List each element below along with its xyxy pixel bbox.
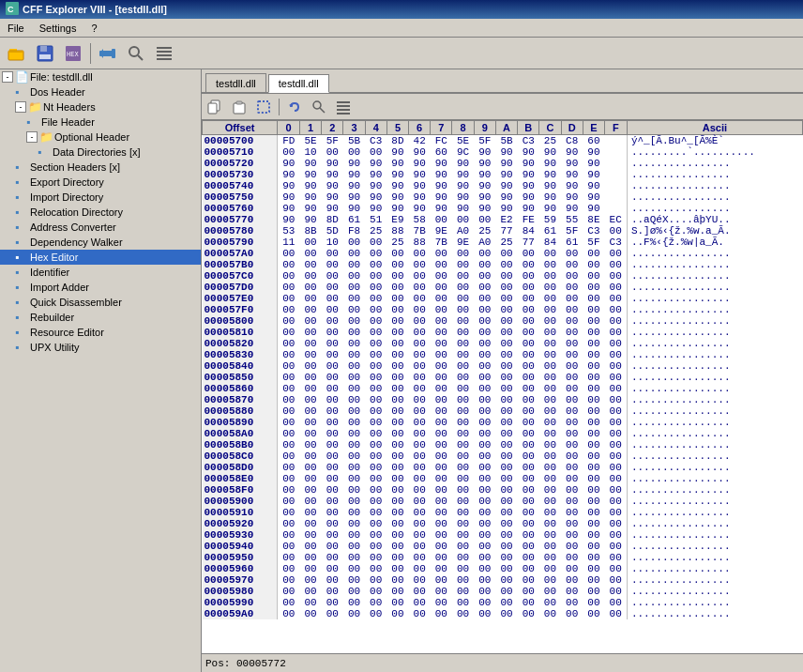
byte-cell[interactable]: 00: [431, 507, 452, 518]
byte-cell[interactable]: 00: [343, 338, 365, 349]
table-row[interactable]: 000057C000000000000000000000000000000000…: [203, 270, 803, 282]
byte-cell[interactable]: 00: [518, 383, 539, 394]
byte-cell[interactable]: 00: [322, 259, 343, 270]
byte-cell[interactable]: 00: [278, 541, 300, 552]
byte-cell[interactable]: 00: [278, 552, 300, 563]
byte-cell[interactable]: 7B: [409, 225, 431, 237]
byte-cell[interactable]: 00: [278, 146, 300, 158]
table-row[interactable]: 0000571000100000009090609C909090909090..…: [203, 146, 803, 158]
table-row[interactable]: 00005780538B5DF825887B9EA0257784615FC300…: [203, 225, 803, 237]
open-button[interactable]: [4, 41, 30, 66]
byte-cell[interactable]: 00: [583, 541, 604, 552]
byte-cell[interactable]: 00: [322, 146, 343, 158]
byte-cell[interactable]: 00: [561, 574, 583, 586]
byte-cell[interactable]: [605, 191, 628, 203]
byte-cell[interactable]: 00: [561, 394, 583, 405]
byte-cell[interactable]: 00: [518, 428, 539, 439]
byte-cell[interactable]: 00: [539, 304, 561, 315]
byte-cell[interactable]: 8B: [299, 225, 321, 237]
byte-cell[interactable]: 00: [409, 439, 431, 451]
byte-cell[interactable]: 90: [278, 214, 300, 225]
byte-cell[interactable]: 00: [518, 248, 539, 259]
byte-cell[interactable]: 00: [474, 439, 495, 451]
byte-cell[interactable]: 00: [343, 451, 365, 462]
byte-cell[interactable]: 00: [386, 360, 408, 372]
byte-cell[interactable]: 90: [495, 191, 517, 203]
byte-cell[interactable]: 60: [431, 146, 452, 158]
byte-cell[interactable]: 00: [474, 338, 495, 349]
byte-cell[interactable]: 00: [495, 417, 517, 428]
byte-cell[interactable]: 00: [561, 405, 583, 417]
byte-cell[interactable]: 00: [386, 338, 408, 349]
byte-cell[interactable]: 00: [299, 541, 321, 552]
sidebar-item-dos-header[interactable]: ▪ Dos Header: [0, 84, 201, 99]
byte-cell[interactable]: 00: [495, 304, 517, 315]
byte-cell[interactable]: 00: [343, 417, 365, 428]
back-button[interactable]: [95, 41, 121, 66]
byte-cell[interactable]: 00: [518, 574, 539, 586]
byte-cell[interactable]: 00: [278, 574, 300, 586]
sidebar-item-relocation-directory[interactable]: ▪ Relocation Directory: [0, 205, 201, 220]
byte-cell[interactable]: 00: [474, 270, 495, 282]
byte-cell[interactable]: 90: [561, 180, 583, 191]
table-row[interactable]: 0000595000000000000000000000000000000000…: [203, 552, 803, 563]
table-row[interactable]: 00005790110010000025887B9EA0257784615FC3…: [203, 237, 803, 248]
byte-cell[interactable]: 90: [474, 191, 495, 203]
byte-cell[interactable]: 25: [539, 135, 561, 147]
byte-cell[interactable]: 00: [431, 259, 452, 270]
byte-cell[interactable]: 61: [561, 237, 583, 248]
byte-cell[interactable]: 00: [518, 417, 539, 428]
byte-cell[interactable]: 00: [474, 349, 495, 360]
table-row[interactable]: 0000583000000000000000000000000000000000…: [203, 349, 803, 360]
byte-cell[interactable]: 00: [452, 451, 474, 462]
byte-cell[interactable]: 90: [583, 146, 604, 158]
byte-cell[interactable]: 10: [299, 146, 321, 158]
byte-cell[interactable]: 90: [299, 169, 321, 180]
byte-cell[interactable]: 00: [431, 304, 452, 315]
byte-cell[interactable]: 00: [605, 496, 628, 507]
table-row[interactable]: 0000589000000000000000000000000000000000…: [203, 417, 803, 428]
byte-cell[interactable]: 00: [278, 473, 300, 484]
table-row[interactable]: 000057A000000000000000000000000000000000…: [203, 248, 803, 259]
table-row[interactable]: 0000597000000000000000000000000000000000…: [203, 574, 803, 586]
byte-cell[interactable]: 5F: [322, 135, 343, 147]
byte-cell[interactable]: 00: [474, 394, 495, 405]
byte-cell[interactable]: 90: [452, 180, 474, 191]
byte-cell[interactable]: 8E: [583, 214, 604, 225]
byte-cell[interactable]: 90: [278, 158, 300, 169]
byte-cell[interactable]: 00: [518, 270, 539, 282]
hex-content[interactable]: Offset 0 1 2 3 4 5 6 7 8 9 A B: [202, 120, 803, 653]
byte-cell[interactable]: 00: [322, 293, 343, 304]
byte-cell[interactable]: 00: [343, 372, 365, 383]
byte-cell[interactable]: 00: [518, 552, 539, 563]
byte-cell[interactable]: 00: [343, 541, 365, 552]
byte-cell[interactable]: 00: [386, 518, 408, 529]
byte-cell[interactable]: 00: [561, 552, 583, 563]
byte-cell[interactable]: 90: [409, 180, 431, 191]
byte-cell[interactable]: 00: [365, 360, 386, 372]
byte-cell[interactable]: [605, 180, 628, 191]
byte-cell[interactable]: 00: [343, 608, 365, 619]
byte-cell[interactable]: 00: [495, 586, 517, 597]
byte-cell[interactable]: 00: [583, 372, 604, 383]
byte-cell[interactable]: 00: [452, 597, 474, 608]
byte-cell[interactable]: 00: [605, 248, 628, 259]
byte-cell[interactable]: 00: [605, 405, 628, 417]
byte-cell[interactable]: 00: [431, 349, 452, 360]
byte-cell[interactable]: 00: [539, 428, 561, 439]
byte-cell[interactable]: 00: [386, 282, 408, 293]
byte-cell[interactable]: 00: [278, 405, 300, 417]
byte-cell[interactable]: 00: [365, 597, 386, 608]
byte-cell[interactable]: 00: [365, 462, 386, 473]
table-row[interactable]: 0000582000000000000000000000000000000000…: [203, 338, 803, 349]
byte-cell[interactable]: 00: [495, 383, 517, 394]
byte-cell[interactable]: FC: [431, 135, 452, 147]
byte-cell[interactable]: 00: [343, 146, 365, 158]
byte-cell[interactable]: 00: [299, 327, 321, 338]
byte-cell[interactable]: 5E: [299, 135, 321, 147]
byte-cell[interactable]: 58: [409, 214, 431, 225]
byte-cell[interactable]: 00: [322, 574, 343, 586]
byte-cell[interactable]: 00: [409, 338, 431, 349]
byte-cell[interactable]: 00: [518, 462, 539, 473]
byte-cell[interactable]: 00: [474, 282, 495, 293]
